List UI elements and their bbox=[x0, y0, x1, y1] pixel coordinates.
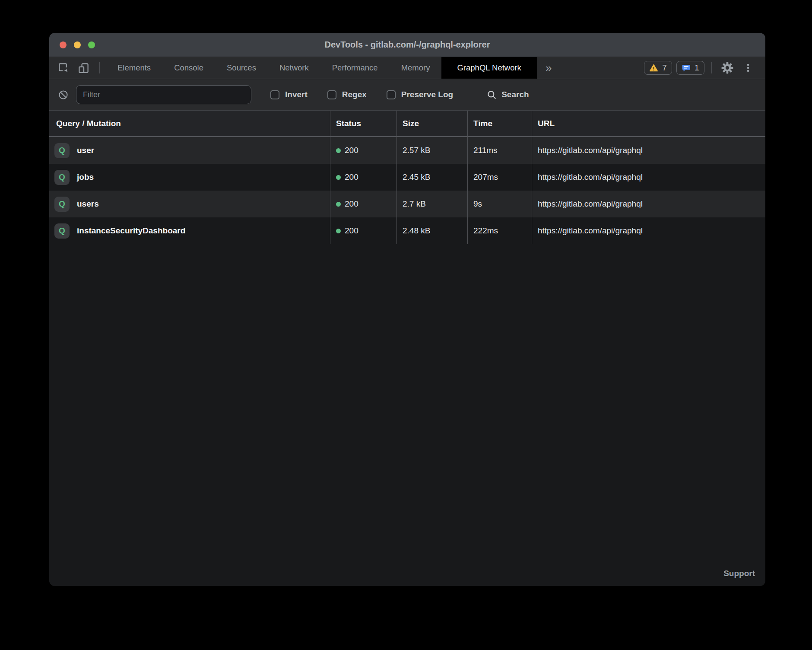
devtools-toolbar: Elements Console Sources Network Perform… bbox=[49, 57, 765, 79]
table-header: Query / Mutation Status Size Time URL bbox=[49, 111, 765, 137]
row-users[interactable]: Q users 200 2.7 kB 9s https://gitlab.com… bbox=[49, 191, 765, 217]
tab-network[interactable]: Network bbox=[268, 57, 320, 79]
tab-label: Performance bbox=[332, 63, 378, 73]
chat-bubble-icon bbox=[682, 64, 691, 73]
query-type-badge: Q bbox=[54, 170, 70, 185]
close-button[interactable] bbox=[60, 41, 67, 48]
tab-memory[interactable]: Memory bbox=[390, 57, 442, 79]
checkbox-label: Preserve Log bbox=[401, 90, 453, 99]
status-dot bbox=[336, 175, 341, 180]
status-code: 200 bbox=[345, 199, 358, 209]
traffic-lights bbox=[60, 33, 95, 57]
status-code: 200 bbox=[345, 226, 358, 236]
checkbox bbox=[387, 90, 396, 99]
tab-console[interactable]: Console bbox=[162, 57, 215, 79]
query-type-badge: Q bbox=[54, 197, 70, 212]
url-value: https://gitlab.com/api/graphql bbox=[538, 146, 643, 155]
size-value: 2.57 kB bbox=[403, 146, 430, 155]
status-code: 200 bbox=[345, 172, 358, 182]
search-toggle[interactable]: Search bbox=[487, 90, 529, 100]
tab-label: Elements bbox=[117, 63, 151, 73]
time-value: 9s bbox=[473, 199, 482, 209]
toolbar-separator bbox=[711, 62, 712, 73]
more-options-button[interactable] bbox=[740, 63, 756, 73]
warning-triangle-icon bbox=[649, 64, 658, 73]
toolbar-right-cluster: 7 1 bbox=[644, 57, 765, 79]
checkbox-invert[interactable]: Invert bbox=[270, 90, 308, 99]
url-value: https://gitlab.com/api/graphql bbox=[538, 199, 643, 209]
column-header-url[interactable]: URL bbox=[532, 111, 765, 136]
magnifier-icon bbox=[487, 90, 497, 100]
checkbox-label: Invert bbox=[285, 90, 308, 99]
minimize-button[interactable] bbox=[74, 41, 81, 48]
tab-performance[interactable]: Performance bbox=[320, 57, 390, 79]
status-dot bbox=[336, 202, 341, 207]
device-toolbar-button[interactable] bbox=[73, 57, 93, 79]
column-header-size[interactable]: Size bbox=[396, 111, 467, 136]
warnings-count: 7 bbox=[662, 63, 667, 73]
checkbox bbox=[327, 90, 336, 99]
url-value: https://gitlab.com/api/graphql bbox=[538, 226, 643, 236]
messages-badge[interactable]: 1 bbox=[676, 61, 704, 75]
search-label: Search bbox=[501, 90, 529, 99]
time-value: 211ms bbox=[473, 146, 498, 155]
query-name: user bbox=[77, 146, 94, 155]
tab-label: Memory bbox=[401, 63, 430, 73]
checkbox-regex[interactable]: Regex bbox=[327, 90, 367, 99]
row-instancesecuritydashboard[interactable]: Q instanceSecurityDashboard 200 2.48 kB … bbox=[49, 217, 765, 244]
query-name: jobs bbox=[77, 172, 94, 182]
row-user[interactable]: Q user 200 2.57 kB 211ms https://gitlab.… bbox=[49, 137, 765, 164]
table-body: Q user 200 2.57 kB 211ms https://gitlab.… bbox=[49, 137, 765, 244]
more-tabs-button[interactable]: » bbox=[537, 57, 560, 79]
query-name: users bbox=[77, 199, 99, 209]
column-header-status[interactable]: Status bbox=[330, 111, 396, 136]
inspect-element-button[interactable] bbox=[54, 57, 73, 79]
column-header-query[interactable]: Query / Mutation bbox=[49, 111, 330, 136]
column-header-time[interactable]: Time bbox=[467, 111, 532, 136]
checkbox-label: Regex bbox=[342, 90, 367, 99]
panel-tabs: Elements Console Sources Network Perform… bbox=[106, 57, 537, 79]
query-type-badge: Q bbox=[54, 223, 70, 239]
status-code: 200 bbox=[345, 146, 358, 155]
filter-checkboxes: Invert Regex Preserve Log bbox=[251, 90, 453, 99]
table-empty-area: Support bbox=[49, 244, 765, 586]
kebab-menu-icon bbox=[743, 63, 753, 73]
query-name: instanceSecurityDashboard bbox=[77, 226, 185, 236]
device-toolbar-icon bbox=[78, 62, 89, 74]
inspect-cursor-icon bbox=[58, 62, 70, 74]
time-value: 222ms bbox=[473, 226, 498, 236]
size-value: 2.45 kB bbox=[403, 172, 430, 182]
status-dot bbox=[336, 148, 341, 153]
tab-label: Network bbox=[279, 63, 309, 73]
url-value: https://gitlab.com/api/graphql bbox=[538, 172, 643, 182]
tab-sources[interactable]: Sources bbox=[215, 57, 268, 79]
gear-icon bbox=[721, 62, 733, 74]
status-dot bbox=[336, 229, 341, 233]
messages-count: 1 bbox=[695, 63, 699, 73]
tab-label: GraphQL Network bbox=[457, 63, 521, 73]
checkbox-preserve-log[interactable]: Preserve Log bbox=[387, 90, 453, 99]
chevron-double-right-icon: » bbox=[546, 61, 552, 75]
checkbox bbox=[270, 90, 279, 99]
size-value: 2.7 kB bbox=[403, 199, 426, 209]
query-type-badge: Q bbox=[54, 143, 70, 158]
time-value: 207ms bbox=[473, 172, 498, 182]
clear-button[interactable] bbox=[56, 89, 70, 100]
tab-label: Sources bbox=[227, 63, 256, 73]
settings-button[interactable] bbox=[719, 62, 736, 74]
filter-input[interactable] bbox=[76, 85, 251, 104]
size-value: 2.48 kB bbox=[403, 226, 430, 236]
zoom-button[interactable] bbox=[88, 41, 95, 48]
window-title: DevTools - gitlab.com/-/graphql-explorer bbox=[324, 40, 490, 50]
block-icon bbox=[58, 89, 69, 100]
tab-label: Console bbox=[174, 63, 203, 73]
support-link[interactable]: Support bbox=[723, 569, 755, 578]
devtools-window: DevTools - gitlab.com/-/graphql-explorer… bbox=[49, 33, 765, 586]
title-bar: DevTools - gitlab.com/-/graphql-explorer bbox=[49, 33, 765, 57]
tab-elements[interactable]: Elements bbox=[106, 57, 162, 79]
toolbar-separator bbox=[99, 62, 100, 73]
row-jobs[interactable]: Q jobs 200 2.45 kB 207ms https://gitlab.… bbox=[49, 164, 765, 191]
filter-bar: Invert Regex Preserve Log Search bbox=[49, 79, 765, 111]
tab-graphql-network[interactable]: GraphQL Network bbox=[441, 57, 536, 79]
warnings-badge[interactable]: 7 bbox=[644, 61, 672, 75]
